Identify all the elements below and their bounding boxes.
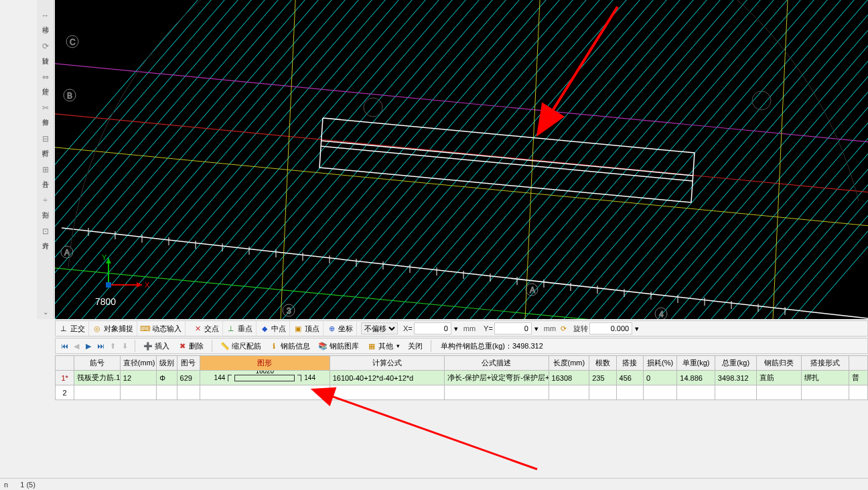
nav-down-icon[interactable]: ⬇: [119, 340, 131, 352]
tool-对齐[interactable]: ⊡对齐: [38, 217, 53, 247]
col-header[interactable]: 筋号: [74, 356, 121, 371]
cell[interactable]: 2: [56, 385, 74, 400]
svg-rect-124: [106, 282, 111, 288]
tool-打断[interactable]: ⊟打断: [38, 125, 53, 154]
delete-button[interactable]: ✖删除: [173, 339, 208, 353]
rebar-library-button[interactable]: 📚钢筋图库: [314, 339, 363, 353]
info-icon: ℹ: [269, 341, 279, 351]
nav-up-icon[interactable]: ⬆: [106, 340, 119, 352]
y-value[interactable]: 0: [494, 322, 532, 334]
col-header[interactable]: 钢筋归类: [757, 356, 802, 371]
tool-修剪[interactable]: ✂修剪: [38, 94, 53, 123]
cell[interactable]: 普: [849, 371, 867, 385]
tool-分割[interactable]: ÷分割: [38, 186, 53, 216]
cell[interactable]: 16308: [549, 371, 589, 385]
tool-移动[interactable]: ↔移动: [38, 1, 53, 31]
nav-prev-icon[interactable]: ◀: [70, 340, 82, 352]
col-header[interactable]: 图号: [177, 356, 200, 371]
col-header[interactable]: 直径(mm): [120, 356, 156, 371]
cell[interactable]: [849, 385, 867, 400]
rotate-value[interactable]: 0.000: [589, 322, 632, 334]
cell[interactable]: [757, 385, 802, 400]
cell[interactable]: 16100-40+12*d-40+12*d: [330, 371, 445, 385]
svg-line-30: [323, 0, 658, 319]
cell[interactable]: 12: [120, 371, 156, 385]
tool-合并[interactable]: ⊞合并: [38, 156, 53, 185]
x-value[interactable]: 0: [414, 322, 451, 334]
cell[interactable]: [157, 385, 177, 400]
cell[interactable]: 235: [589, 371, 616, 385]
stepper-icon[interactable]: ▾: [632, 324, 642, 333]
other-dropdown[interactable]: ▦其他▾: [363, 339, 404, 353]
stepper-icon[interactable]: ▾: [532, 324, 541, 333]
nav-last-icon[interactable]: ⏭: [94, 340, 106, 352]
cell[interactable]: [549, 385, 589, 400]
col-header[interactable]: 总重(kg): [715, 356, 757, 371]
cell[interactable]: 筏板受力筋.1: [74, 371, 121, 385]
cell[interactable]: 629: [177, 371, 200, 385]
col-header[interactable]: 搭接形式: [801, 356, 849, 371]
col-header[interactable]: 计算公式: [330, 356, 445, 371]
cell[interactable]: 绑扎: [801, 371, 849, 385]
tool-延伸[interactable]: ⇔延伸: [38, 63, 53, 93]
cell[interactable]: [120, 385, 156, 400]
osnap-toggle[interactable]: ◎对象捕捉: [89, 321, 137, 336]
table-row[interactable]: 1*筏板受力筋.112Φ6291441602014416100-40+12*d-…: [56, 371, 868, 385]
table-row[interactable]: 2: [56, 385, 868, 400]
insert-button[interactable]: ➕插入: [139, 339, 173, 353]
col-header[interactable]: 图形: [200, 356, 330, 371]
cell[interactable]: [677, 385, 715, 400]
col-header[interactable]: [849, 356, 867, 371]
cell[interactable]: [177, 385, 200, 400]
cell[interactable]: 0: [643, 371, 676, 385]
svg-line-61: [738, 0, 868, 319]
rebar-info-button[interactable]: ℹ钢筋信息: [265, 339, 314, 353]
cell[interactable]: [589, 385, 616, 400]
cad-viewport[interactable]: C B A 3 A 4 X Y 7800: [55, 0, 868, 319]
cell[interactable]: [616, 385, 643, 400]
col-header[interactable]: 长度(mm): [549, 356, 589, 371]
cell[interactable]: 直筋: [757, 371, 802, 385]
cell[interactable]: 456: [616, 371, 643, 385]
tool-旋转[interactable]: ⟳旋转: [38, 32, 53, 62]
col-header[interactable]: 单重(kg): [677, 356, 715, 371]
cell[interactable]: 14.886: [677, 371, 715, 385]
cell[interactable]: Φ: [157, 371, 177, 385]
svg-line-35: [390, 0, 725, 319]
cell[interactable]: 1*: [56, 371, 74, 385]
cell[interactable]: [445, 385, 549, 400]
svg-point-116: [364, 98, 382, 117]
snap-coord[interactable]: ⊕坐标: [323, 321, 357, 336]
cell[interactable]: 3498.312: [715, 371, 757, 385]
col-header[interactable]: 级别: [157, 356, 177, 371]
cell[interactable]: 14416020144: [200, 371, 330, 385]
nav-first-icon[interactable]: ⏮: [58, 340, 70, 352]
col-header[interactable]: 公式描述: [445, 356, 549, 371]
snap-intersect[interactable]: ✕交点: [190, 321, 223, 336]
nav-next-icon[interactable]: ▶: [82, 340, 94, 352]
cell[interactable]: [74, 385, 121, 400]
rotate-label: 旋转: [568, 324, 589, 334]
snap-vertex[interactable]: ▣顶点: [290, 321, 323, 336]
ortho-toggle[interactable]: ⊥正交: [56, 321, 89, 336]
cell[interactable]: [801, 385, 849, 400]
offset-select[interactable]: 不偏移: [361, 322, 398, 334]
cell[interactable]: [715, 385, 757, 400]
stepper-icon[interactable]: ▾: [451, 324, 461, 333]
dyn-input-toggle[interactable]: ⌨动态输入: [137, 321, 186, 336]
cell[interactable]: [330, 385, 445, 400]
cell[interactable]: [643, 385, 676, 400]
col-header[interactable]: 搭接: [616, 356, 643, 371]
svg-line-49: [577, 0, 868, 319]
snap-mid[interactable]: ◆中点: [257, 321, 290, 336]
col-header[interactable]: 根数: [589, 356, 616, 371]
cell[interactable]: [200, 385, 330, 400]
rebar-data-table[interactable]: 筋号直径(mm)级别图号图形计算公式公式描述长度(mm)根数搭接损耗(%)单重(…: [55, 355, 868, 400]
snap-perp[interactable]: ⊥垂点: [223, 321, 257, 336]
cell[interactable]: 净长-保护层+设定弯折-保护层+设定弯折: [445, 371, 549, 385]
scale-rebar-button[interactable]: 📏缩尺配筋: [216, 339, 265, 353]
close-button[interactable]: 关闭: [404, 339, 427, 353]
toolbar-chevron-icon[interactable]: ⌄: [37, 308, 54, 316]
col-header[interactable]: 损耗(%): [643, 356, 676, 371]
col-header[interactable]: [56, 356, 74, 371]
